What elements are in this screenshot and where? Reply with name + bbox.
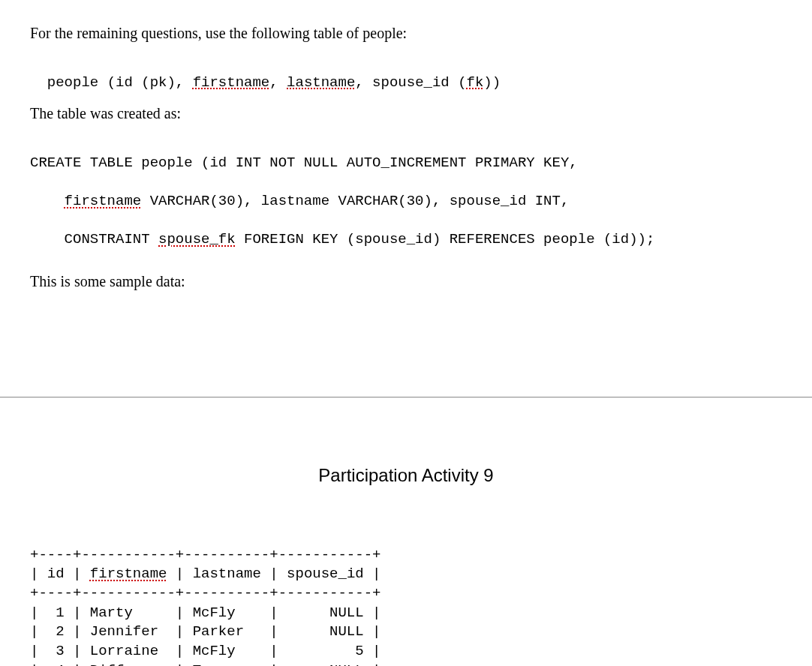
create-table-sql: CREATE TABLE people (id INT NOT NULL AUT… bbox=[30, 134, 782, 268]
sql-line-1: CREATE TABLE people (id INT NOT NULL AUT… bbox=[30, 154, 782, 173]
created-as-text: The table was created as: bbox=[30, 103, 782, 124]
intro-text: For the remaining questions, use the fol… bbox=[30, 22, 782, 44]
table-row: | 3 | Lorraine | McFly | 5 | bbox=[30, 642, 782, 662]
ascii-table: +----+-----------+----------+-----------… bbox=[30, 546, 782, 666]
table-header-row: | id | firstname | lastname | spouse_id … bbox=[30, 565, 782, 584]
sql-indent bbox=[30, 193, 65, 209]
schema-fk: fk bbox=[467, 74, 484, 91]
schema-sep1: , bbox=[269, 74, 287, 91]
table-row: | 4 | Biff | Tannen | NULL | bbox=[30, 662, 782, 666]
table-border-mid: +----+-----------+----------+-----------… bbox=[30, 584, 782, 604]
header-rest: | lastname | spouse_id | bbox=[167, 566, 380, 582]
table-border-top: +----+-----------+----------+-----------… bbox=[30, 546, 782, 566]
schema-firstname: firstname bbox=[193, 74, 270, 91]
sql-firstname: firstname bbox=[65, 193, 142, 209]
schema-prefix: people (id (pk), bbox=[47, 74, 193, 91]
header-prefix: | id | bbox=[30, 566, 90, 582]
sql-line-3: CONSTRAINT spouse_fk FOREIGN KEY (spouse… bbox=[30, 230, 782, 250]
table-row: | 2 | Jennifer | Parker | NULL | bbox=[30, 622, 782, 642]
sql-indent-3: CONSTRAINT bbox=[30, 231, 158, 248]
sql-line-2: firstname VARCHAR(30), lastname VARCHAR(… bbox=[30, 192, 782, 212]
sql-line2-rest: VARCHAR(30), lastname VARCHAR(30), spous… bbox=[141, 193, 569, 209]
sql-spouse-fk: spouse_fk bbox=[158, 231, 236, 248]
sample-data-text: This is some sample data: bbox=[30, 271, 782, 292]
table-row: | 1 | Marty | McFly | NULL | bbox=[30, 604, 782, 623]
schema-suffix: )) bbox=[483, 74, 501, 91]
activity-title: Participation Activity 9 bbox=[30, 465, 782, 486]
schema-lastname: lastname bbox=[287, 74, 355, 91]
sql-line3-rest: FOREIGN KEY (spouse_id) REFERENCES peopl… bbox=[236, 231, 655, 248]
header-firstname: firstname bbox=[90, 566, 167, 582]
schema-definition: people (id (pk), firstname, lastname, sp… bbox=[30, 54, 782, 92]
page-divider bbox=[0, 397, 812, 398]
schema-mid: , spouse_id ( bbox=[355, 74, 466, 91]
